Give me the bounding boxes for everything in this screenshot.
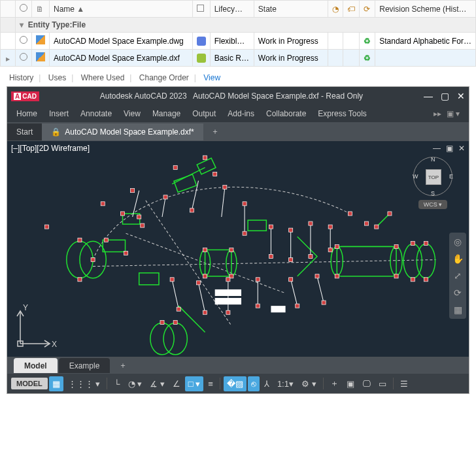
hardware-icon[interactable]: 🖵 (359, 376, 374, 391)
col-tag-icon-hdr[interactable]: ◔ (328, 1, 343, 18)
ribbon-scroll-icon[interactable]: ▸▸ (434, 109, 441, 118)
new-layout-button[interactable]: ＋ (111, 357, 135, 374)
lifecycle-color-icon (197, 54, 206, 63)
checkbox-icon (197, 5, 204, 12)
col-name-label: Name (54, 5, 75, 14)
menu-collaborate[interactable]: Collaborate (266, 109, 306, 118)
ribbon-minimize-icon[interactable]: ▣ ▾ (447, 109, 460, 118)
group-row[interactable]: ▾ Entity Type:File (1, 18, 476, 33)
file-name: AutoCAD Model Space Example.dxf (50, 50, 193, 67)
lineweight-icon[interactable]: ≡ (205, 376, 216, 391)
menu-insert[interactable]: Insert (49, 109, 69, 118)
menu-express-tools[interactable]: Express Tools (318, 109, 366, 118)
selection-cycling-icon[interactable]: ⎋ (248, 376, 260, 391)
info-tab-bar: History| Uses| Where Used| Change Order|… (0, 67, 476, 86)
gear-icon[interactable]: ⚙ ▾ (298, 376, 320, 391)
tab-start[interactable]: Start (7, 123, 42, 140)
col-lifecycle-header[interactable]: Lifecy… (210, 1, 254, 18)
viewcube-top[interactable]: TOP (426, 169, 441, 185)
osnap-tracking-icon[interactable]: ∠ (169, 376, 184, 391)
collapse-icon[interactable]: ▾ (20, 20, 24, 29)
row-check-icon[interactable] (20, 36, 27, 44)
svg-line-19 (133, 191, 139, 217)
transparency-icon[interactable]: �▨ (224, 376, 246, 391)
menu-addins[interactable]: Add-ins (228, 109, 254, 118)
recycle-icon: ♻ (364, 54, 371, 63)
svg-rect-34 (215, 289, 241, 296)
clean-screen-icon[interactable]: ▭ (375, 376, 390, 391)
col-name-header[interactable]: Name ▲ (50, 1, 193, 18)
annotation-icon[interactable]: ⅄ (261, 376, 273, 391)
orbit-icon[interactable]: ⟳ (454, 287, 462, 298)
viewcube[interactable]: TOP N S E W WCS ▾ (410, 157, 456, 209)
customize-icon[interactable]: ☰ (397, 376, 411, 391)
col-state-header[interactable]: State (254, 1, 328, 18)
isolate-icon[interactable]: ▣ (343, 376, 358, 391)
svg-point-7 (163, 323, 187, 354)
file-type-icon (36, 35, 45, 44)
tab-change-order[interactable]: Change Order (137, 73, 192, 82)
ucs-icon[interactable]: Y X (14, 304, 60, 350)
showmotion-icon[interactable]: ▦ (454, 304, 462, 315)
tab-model[interactable]: Model (14, 358, 58, 373)
svg-line-29 (198, 283, 205, 312)
viewcube-s[interactable]: S (431, 190, 435, 197)
wcs-dropdown[interactable]: WCS ▾ (418, 200, 448, 209)
modelspace-button[interactable]: MODEL (11, 378, 48, 389)
viewcube-w[interactable]: W (413, 173, 418, 180)
col-lifecycle-check[interactable] (192, 1, 210, 18)
cad-drawing-svg (7, 141, 469, 357)
svg-rect-36 (271, 306, 285, 312)
col-type-icon[interactable]: 🗎 (32, 1, 50, 18)
menu-output[interactable]: Output (192, 109, 216, 118)
row-check-icon[interactable] (20, 53, 27, 61)
viewcube-e[interactable]: E (449, 173, 453, 180)
svg-line-28 (172, 280, 178, 309)
steering-wheel-icon[interactable]: ◎ (454, 237, 462, 247)
col-link-icon-hdr[interactable]: ⟳ (360, 1, 375, 18)
check-all-icon[interactable] (20, 4, 27, 12)
osnap-icon[interactable]: □ ▾ (185, 376, 203, 391)
tab-example[interactable]: Example (59, 358, 110, 373)
file-row[interactable]: AutoCAD Model Space Example.dwg Flexibl…… (1, 33, 476, 50)
workspace-plus-icon[interactable]: ＋ (327, 375, 342, 392)
new-tab-button[interactable]: ＋ (203, 122, 227, 141)
tab-active-doc[interactable]: 🔒 AutoCAD Model Space Example.dxf* (42, 123, 203, 140)
col-label-icon-hdr[interactable]: 🏷 (343, 1, 360, 18)
ucs-x-label: X (52, 340, 57, 349)
svg-point-12 (416, 244, 435, 278)
document-icon: 🗎 (36, 5, 44, 14)
menu-home[interactable]: Home (16, 109, 37, 118)
svg-rect-35 (215, 298, 241, 304)
menu-annotate[interactable]: Annotate (80, 109, 112, 118)
tab-history[interactable]: History (7, 73, 36, 82)
lock-icon: 🔒 (51, 127, 61, 137)
file-lifecycle: Basic R… (210, 50, 254, 67)
maximize-button[interactable]: ▢ (441, 91, 449, 101)
snap-mode-icon[interactable]: ⋮⋮⋮ ▾ (65, 376, 104, 391)
ortho-icon[interactable]: └ (110, 376, 123, 391)
pan-icon[interactable]: ✋ (452, 254, 464, 264)
menu-manage[interactable]: Manage (152, 109, 180, 118)
col-check[interactable] (16, 1, 32, 18)
drawing-canvas[interactable]: [–][Top][2D Wireframe] — ▣ ✕ (7, 141, 469, 357)
zoom-extents-icon[interactable]: ⤢ (454, 270, 462, 281)
tab-where-used[interactable]: Where Used (78, 73, 128, 82)
autocad-window: ACAD Autodesk AutoCAD 2023 AutoCAD Model… (7, 86, 469, 394)
viewcube-n[interactable]: N (431, 156, 435, 163)
file-row-selected[interactable]: ▶ AutoCAD Model Space Example.dxf Basic … (1, 50, 476, 67)
menu-view[interactable]: View (124, 109, 141, 118)
minimize-button[interactable]: — (424, 91, 433, 101)
close-button[interactable]: ✕ (457, 91, 465, 101)
tab-uses[interactable]: Uses (46, 73, 69, 82)
lifecycle-color-icon (197, 37, 206, 46)
grid-display-icon[interactable]: ▦ (49, 376, 63, 391)
isodraft-icon[interactable]: ∡ ▾ (146, 376, 168, 391)
annoscale-icon[interactable]: 1:1 ▾ (274, 376, 297, 391)
link-icon: ⟳ (364, 5, 370, 14)
col-revision-header[interactable]: Revision Scheme (Hist… (375, 1, 476, 18)
svg-line-32 (291, 280, 298, 306)
tab-view[interactable]: View (201, 73, 223, 82)
polar-icon[interactable]: ◔ ▾ (125, 376, 146, 391)
droplet-icon: ◔ (332, 5, 339, 14)
